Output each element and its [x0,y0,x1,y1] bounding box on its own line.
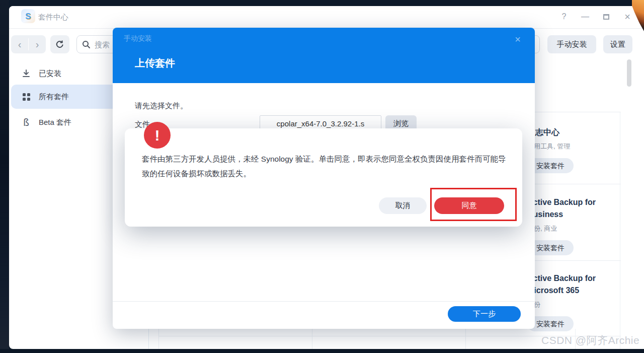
package-name: 日志中心 [527,126,621,138]
warning-message: 套件由第三方开发人员提供，未经 Synology 验证。单击同意，即表示您同意全… [142,152,507,181]
dialog-title: 上传套件 [135,56,175,70]
package-name: Active Backup for Business [527,196,621,221]
grid-line [312,329,312,349]
history-nav-group: ‹ › [11,35,46,53]
refresh-button[interactable] [50,35,69,53]
desktop-wallpaper-left [0,0,9,353]
dialog-kicker: 手动安装 [124,34,152,43]
package-card-active-backup-business: Active Backup for Business 备份, 商业 安装套件 [527,196,621,255]
package-card-log-center: 日志中心 实用工具, 管理 安装套件 [527,126,621,173]
search-icon [82,40,91,49]
titlebar: S 套件中心 ? — × [9,6,644,29]
minimize-icon[interactable]: — [579,10,592,23]
dialog-header: 手动安装 上传套件 × [113,28,535,83]
download-icon [21,69,31,78]
back-button[interactable]: ‹ [11,35,28,53]
warning-exclamation-icon: ! [144,122,171,149]
maximize-glyph [603,14,609,20]
manual-install-button[interactable]: 手动安装 [547,35,596,53]
package-center-window: S 套件中心 ? — × ‹ › 手动安装 设 [9,6,644,349]
scrollbar-thumb[interactable] [627,59,631,87]
maximize-icon[interactable] [600,10,613,23]
desktop-wallpaper-top [0,0,644,6]
package-card-active-backup-m365: Active Backup for Microsoft 365 备份 安装套件 [527,272,621,331]
dialog-close-icon[interactable]: × [512,34,524,45]
grid-line [158,329,159,349]
agree-button[interactable]: 同意 [434,197,504,214]
dialog-footer-divider [113,301,535,302]
help-icon[interactable]: ? [557,10,571,23]
package-category: 备份 [527,300,621,309]
sidebar-item-label: 已安装 [39,69,61,79]
package-name: Active Backup for Microsoft 365 [527,272,621,297]
file-instruction: 请先选择文件。 [135,101,188,111]
package-category: 实用工具, 管理 [527,142,621,151]
cancel-button[interactable]: 取消 [379,197,427,214]
app-icon-letter: S [25,12,31,21]
watermark-text: CSDN @阿齐Archie [541,333,639,347]
grid-icon [21,93,31,101]
forward-button[interactable]: › [29,35,46,53]
window-controls: ? — × [557,10,634,23]
sidebar-item-label: 所有套件 [39,92,69,102]
grid-line [465,329,466,349]
exclamation-glyph: ! [155,128,160,143]
sidebar-item-label: Beta 套件 [39,118,71,127]
window-title: 套件中心 [38,13,68,22]
beta-icon: ß [21,117,31,128]
third-party-warning-dialog: ! 套件由第三方开发人员提供，未经 Synology 验证。单击同意，即表示您同… [125,128,522,227]
settings-button[interactable]: 设置 [603,35,632,53]
close-icon[interactable]: × [621,10,634,23]
next-step-button[interactable]: 下一步 [448,306,521,322]
desktop-wallpaper-bottom [0,349,644,353]
package-category: 备份, 商业 [527,224,621,233]
refresh-icon [55,40,64,49]
package-center-app-icon: S [21,9,35,23]
